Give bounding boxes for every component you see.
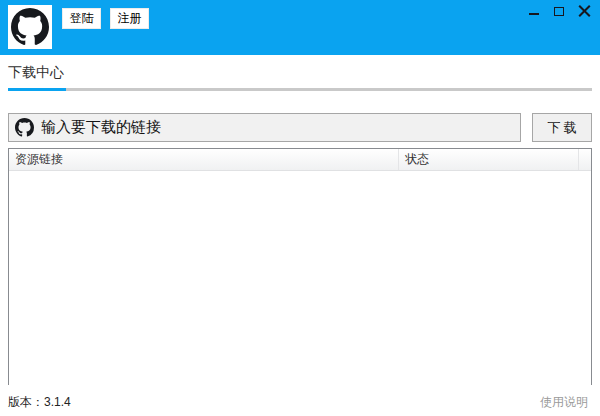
column-header-status[interactable]: 状态 (399, 149, 579, 170)
register-button[interactable]: 注册 (110, 8, 149, 29)
github-octocat-icon (15, 118, 34, 137)
app-window: 登陆 注册 下载中心 下 载 资源链接 状态 版本：3.1.4 使用说明 (0, 0, 600, 416)
version-label: 版本：3.1.4 (8, 394, 71, 411)
table-body-empty (9, 171, 591, 386)
close-icon[interactable] (578, 5, 591, 18)
login-button[interactable]: 登陆 (62, 8, 101, 29)
app-logo (8, 5, 52, 49)
tab-underline-active-segment (8, 88, 66, 91)
url-input[interactable] (41, 119, 514, 136)
help-link[interactable]: 使用说明 (540, 394, 588, 411)
column-header-resource-link[interactable]: 资源链接 (9, 149, 399, 170)
table-header-row: 资源链接 状态 (9, 149, 591, 171)
minimize-icon[interactable] (528, 5, 541, 18)
window-controls (528, 3, 591, 20)
titlebar: 登陆 注册 (0, 0, 600, 55)
download-queue-table: 资源链接 状态 (8, 148, 592, 385)
url-input-container[interactable] (8, 113, 521, 142)
github-octocat-icon (11, 8, 49, 46)
column-header-spacer (579, 149, 591, 170)
maximize-icon[interactable] (553, 5, 566, 18)
tab-download-center[interactable]: 下载中心 (8, 64, 64, 82)
tab-underline (8, 88, 592, 91)
download-button[interactable]: 下 载 (532, 113, 592, 142)
